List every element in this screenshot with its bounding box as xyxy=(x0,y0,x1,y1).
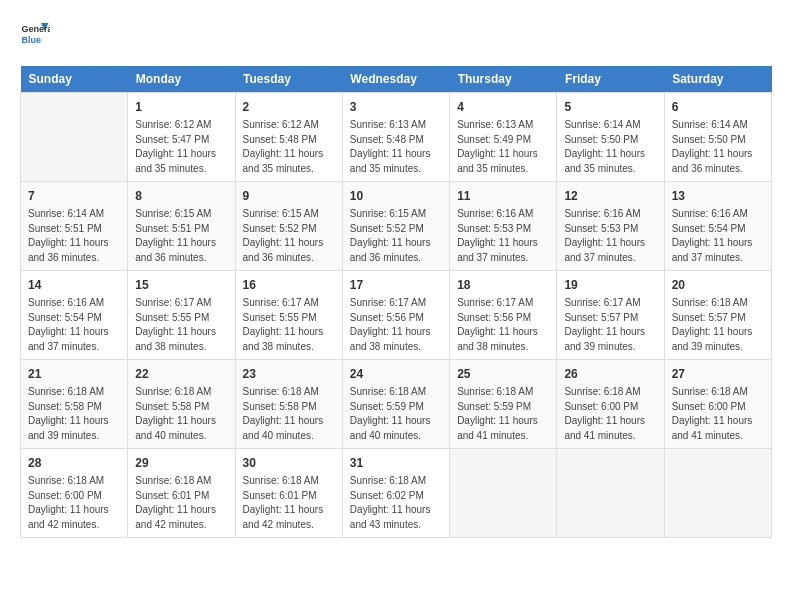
page-header: GeneralBlue xyxy=(20,20,772,50)
day-info: Sunrise: 6:12 AM Sunset: 5:48 PM Dayligh… xyxy=(243,118,335,176)
day-number: 25 xyxy=(457,365,549,383)
day-info: Sunrise: 6:17 AM Sunset: 5:55 PM Dayligh… xyxy=(243,296,335,354)
day-info: Sunrise: 6:18 AM Sunset: 5:57 PM Dayligh… xyxy=(672,296,764,354)
day-number: 24 xyxy=(350,365,442,383)
day-info: Sunrise: 6:18 AM Sunset: 5:59 PM Dayligh… xyxy=(457,385,549,443)
day-info: Sunrise: 6:15 AM Sunset: 5:52 PM Dayligh… xyxy=(243,207,335,265)
calendar-cell: 3Sunrise: 6:13 AM Sunset: 5:48 PM Daylig… xyxy=(342,93,449,182)
day-header-tuesday: Tuesday xyxy=(235,66,342,93)
calendar-cell: 1Sunrise: 6:12 AM Sunset: 5:47 PM Daylig… xyxy=(128,93,235,182)
day-number: 4 xyxy=(457,98,549,116)
day-number: 17 xyxy=(350,276,442,294)
day-number: 3 xyxy=(350,98,442,116)
calendar-header-row: SundayMondayTuesdayWednesdayThursdayFrid… xyxy=(21,66,772,93)
day-number: 31 xyxy=(350,454,442,472)
day-info: Sunrise: 6:18 AM Sunset: 5:58 PM Dayligh… xyxy=(243,385,335,443)
calendar-cell: 27Sunrise: 6:18 AM Sunset: 6:00 PM Dayli… xyxy=(664,360,771,449)
calendar-cell: 18Sunrise: 6:17 AM Sunset: 5:56 PM Dayli… xyxy=(450,271,557,360)
day-number: 27 xyxy=(672,365,764,383)
calendar-cell: 11Sunrise: 6:16 AM Sunset: 5:53 PM Dayli… xyxy=(450,182,557,271)
day-header-monday: Monday xyxy=(128,66,235,93)
day-number: 22 xyxy=(135,365,227,383)
day-info: Sunrise: 6:15 AM Sunset: 5:52 PM Dayligh… xyxy=(350,207,442,265)
day-info: Sunrise: 6:16 AM Sunset: 5:54 PM Dayligh… xyxy=(28,296,120,354)
calendar-cell: 9Sunrise: 6:15 AM Sunset: 5:52 PM Daylig… xyxy=(235,182,342,271)
day-number: 26 xyxy=(564,365,656,383)
calendar-week-row: 28Sunrise: 6:18 AM Sunset: 6:00 PM Dayli… xyxy=(21,449,772,538)
calendar-cell: 5Sunrise: 6:14 AM Sunset: 5:50 PM Daylig… xyxy=(557,93,664,182)
calendar-cell: 7Sunrise: 6:14 AM Sunset: 5:51 PM Daylig… xyxy=(21,182,128,271)
day-info: Sunrise: 6:18 AM Sunset: 6:00 PM Dayligh… xyxy=(564,385,656,443)
day-info: Sunrise: 6:14 AM Sunset: 5:51 PM Dayligh… xyxy=(28,207,120,265)
calendar-table: SundayMondayTuesdayWednesdayThursdayFrid… xyxy=(20,66,772,538)
day-info: Sunrise: 6:17 AM Sunset: 5:55 PM Dayligh… xyxy=(135,296,227,354)
calendar-cell: 10Sunrise: 6:15 AM Sunset: 5:52 PM Dayli… xyxy=(342,182,449,271)
day-number: 11 xyxy=(457,187,549,205)
calendar-cell: 21Sunrise: 6:18 AM Sunset: 5:58 PM Dayli… xyxy=(21,360,128,449)
svg-text:General: General xyxy=(22,24,51,34)
day-header-wednesday: Wednesday xyxy=(342,66,449,93)
day-number: 1 xyxy=(135,98,227,116)
day-info: Sunrise: 6:16 AM Sunset: 5:53 PM Dayligh… xyxy=(564,207,656,265)
calendar-cell: 19Sunrise: 6:17 AM Sunset: 5:57 PM Dayli… xyxy=(557,271,664,360)
calendar-cell xyxy=(21,93,128,182)
day-number: 21 xyxy=(28,365,120,383)
day-number: 16 xyxy=(243,276,335,294)
day-number: 8 xyxy=(135,187,227,205)
day-info: Sunrise: 6:14 AM Sunset: 5:50 PM Dayligh… xyxy=(672,118,764,176)
calendar-cell: 17Sunrise: 6:17 AM Sunset: 5:56 PM Dayli… xyxy=(342,271,449,360)
calendar-cell: 16Sunrise: 6:17 AM Sunset: 5:55 PM Dayli… xyxy=(235,271,342,360)
day-info: Sunrise: 6:16 AM Sunset: 5:53 PM Dayligh… xyxy=(457,207,549,265)
calendar-cell: 6Sunrise: 6:14 AM Sunset: 5:50 PM Daylig… xyxy=(664,93,771,182)
day-info: Sunrise: 6:18 AM Sunset: 5:58 PM Dayligh… xyxy=(135,385,227,443)
logo: GeneralBlue xyxy=(20,20,50,50)
day-info: Sunrise: 6:13 AM Sunset: 5:48 PM Dayligh… xyxy=(350,118,442,176)
day-header-thursday: Thursday xyxy=(450,66,557,93)
day-number: 2 xyxy=(243,98,335,116)
svg-text:Blue: Blue xyxy=(22,35,42,45)
day-info: Sunrise: 6:14 AM Sunset: 5:50 PM Dayligh… xyxy=(564,118,656,176)
day-number: 5 xyxy=(564,98,656,116)
day-info: Sunrise: 6:18 AM Sunset: 5:59 PM Dayligh… xyxy=(350,385,442,443)
calendar-cell: 20Sunrise: 6:18 AM Sunset: 5:57 PM Dayli… xyxy=(664,271,771,360)
day-number: 23 xyxy=(243,365,335,383)
day-info: Sunrise: 6:13 AM Sunset: 5:49 PM Dayligh… xyxy=(457,118,549,176)
day-info: Sunrise: 6:18 AM Sunset: 6:02 PM Dayligh… xyxy=(350,474,442,532)
day-number: 14 xyxy=(28,276,120,294)
calendar-cell: 22Sunrise: 6:18 AM Sunset: 5:58 PM Dayli… xyxy=(128,360,235,449)
calendar-cell: 12Sunrise: 6:16 AM Sunset: 5:53 PM Dayli… xyxy=(557,182,664,271)
calendar-cell: 24Sunrise: 6:18 AM Sunset: 5:59 PM Dayli… xyxy=(342,360,449,449)
day-info: Sunrise: 6:16 AM Sunset: 5:54 PM Dayligh… xyxy=(672,207,764,265)
day-info: Sunrise: 6:18 AM Sunset: 6:00 PM Dayligh… xyxy=(672,385,764,443)
calendar-cell: 23Sunrise: 6:18 AM Sunset: 5:58 PM Dayli… xyxy=(235,360,342,449)
day-header-friday: Friday xyxy=(557,66,664,93)
day-info: Sunrise: 6:17 AM Sunset: 5:56 PM Dayligh… xyxy=(457,296,549,354)
day-info: Sunrise: 6:17 AM Sunset: 5:57 PM Dayligh… xyxy=(564,296,656,354)
day-info: Sunrise: 6:18 AM Sunset: 6:01 PM Dayligh… xyxy=(135,474,227,532)
day-header-sunday: Sunday xyxy=(21,66,128,93)
calendar-cell: 26Sunrise: 6:18 AM Sunset: 6:00 PM Dayli… xyxy=(557,360,664,449)
day-number: 6 xyxy=(672,98,764,116)
calendar-cell: 8Sunrise: 6:15 AM Sunset: 5:51 PM Daylig… xyxy=(128,182,235,271)
day-info: Sunrise: 6:15 AM Sunset: 5:51 PM Dayligh… xyxy=(135,207,227,265)
day-number: 19 xyxy=(564,276,656,294)
calendar-cell xyxy=(450,449,557,538)
day-info: Sunrise: 6:18 AM Sunset: 6:01 PM Dayligh… xyxy=(243,474,335,532)
calendar-cell: 14Sunrise: 6:16 AM Sunset: 5:54 PM Dayli… xyxy=(21,271,128,360)
calendar-week-row: 1Sunrise: 6:12 AM Sunset: 5:47 PM Daylig… xyxy=(21,93,772,182)
day-header-saturday: Saturday xyxy=(664,66,771,93)
calendar-week-row: 7Sunrise: 6:14 AM Sunset: 5:51 PM Daylig… xyxy=(21,182,772,271)
day-number: 20 xyxy=(672,276,764,294)
calendar-cell xyxy=(664,449,771,538)
day-number: 13 xyxy=(672,187,764,205)
calendar-cell: 30Sunrise: 6:18 AM Sunset: 6:01 PM Dayli… xyxy=(235,449,342,538)
calendar-cell: 25Sunrise: 6:18 AM Sunset: 5:59 PM Dayli… xyxy=(450,360,557,449)
day-number: 18 xyxy=(457,276,549,294)
calendar-cell: 2Sunrise: 6:12 AM Sunset: 5:48 PM Daylig… xyxy=(235,93,342,182)
day-number: 15 xyxy=(135,276,227,294)
calendar-cell: 15Sunrise: 6:17 AM Sunset: 5:55 PM Dayli… xyxy=(128,271,235,360)
logo-icon: GeneralBlue xyxy=(20,20,50,50)
day-number: 30 xyxy=(243,454,335,472)
day-number: 28 xyxy=(28,454,120,472)
calendar-cell: 29Sunrise: 6:18 AM Sunset: 6:01 PM Dayli… xyxy=(128,449,235,538)
